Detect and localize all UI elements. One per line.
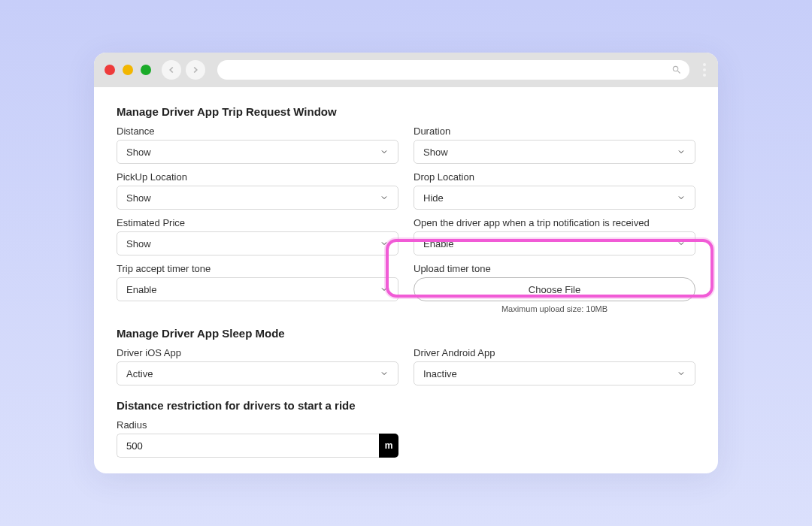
forward-button[interactable]: [186, 60, 205, 80]
accept-timer-tone-label: Trip accept timer tone: [117, 263, 398, 274]
chevron-down-icon: [380, 193, 389, 202]
drop-label: Drop Location: [414, 171, 695, 183]
drop-value: Hide: [423, 192, 444, 204]
chevron-down-icon: [677, 193, 686, 202]
back-button[interactable]: [162, 60, 181, 80]
more-menu-button[interactable]: [703, 63, 706, 77]
open-driver-app-select[interactable]: Enable: [414, 231, 695, 255]
address-bar[interactable]: [217, 60, 689, 80]
upload-timer-tone-label: Upload timer tone: [414, 263, 695, 274]
driver-ios-select[interactable]: Active: [117, 361, 398, 385]
chevron-down-icon: [677, 239, 686, 248]
duration-value: Show: [423, 147, 448, 158]
distance-label: Distance: [117, 125, 398, 137]
content-area: Manage Driver App Trip Request Window Di…: [94, 87, 718, 473]
close-window-button[interactable]: [105, 65, 115, 75]
chevron-down-icon: [380, 285, 389, 294]
duration-select[interactable]: Show: [414, 140, 695, 164]
section-support-title: Support: [117, 471, 695, 473]
open-driver-app-value: Enable: [423, 238, 453, 249]
radius-input[interactable]: 500: [117, 434, 379, 458]
accept-timer-tone-value: Enable: [126, 284, 156, 295]
driver-android-value: Inactive: [423, 368, 457, 379]
nav-buttons: [162, 60, 205, 80]
section-sleep-mode-title: Manage Driver App Sleep Mode: [117, 327, 695, 340]
titlebar: [94, 53, 718, 87]
section-distance-restriction-title: Distance restriction for drivers to star…: [117, 399, 695, 412]
accept-timer-tone-select[interactable]: Enable: [117, 277, 398, 301]
distance-select[interactable]: Show: [117, 140, 398, 164]
browser-window: Manage Driver App Trip Request Window Di…: [94, 53, 718, 473]
upload-helper-text: Maximum upload size: 10MB: [414, 304, 695, 313]
drop-select[interactable]: Hide: [414, 186, 695, 210]
duration-label: Duration: [414, 125, 695, 137]
choose-file-button[interactable]: Choose File: [414, 277, 695, 301]
driver-android-label: Driver Android App: [414, 347, 695, 358]
estimated-price-select[interactable]: Show: [117, 231, 398, 255]
chevron-down-icon: [380, 147, 389, 156]
pickup-value: Show: [126, 192, 151, 204]
estimated-price-label: Estimated Price: [117, 217, 398, 228]
driver-android-select[interactable]: Inactive: [414, 361, 695, 385]
minimize-window-button[interactable]: [123, 65, 133, 75]
chevron-down-icon: [380, 369, 389, 378]
distance-value: Show: [126, 147, 151, 158]
open-driver-app-label: Open the driver app when a trip notifica…: [414, 217, 695, 228]
section-trip-request-title: Manage Driver App Trip Request Window: [117, 105, 695, 118]
chevron-down-icon: [677, 147, 686, 156]
maximize-window-button[interactable]: [141, 65, 151, 75]
estimated-price-value: Show: [126, 238, 151, 249]
pickup-label: PickUp Location: [117, 171, 398, 183]
chevron-down-icon: [380, 239, 389, 248]
radius-label: Radius: [117, 419, 398, 431]
chevron-down-icon: [677, 369, 686, 378]
radius-value: 500: [126, 440, 143, 452]
pickup-select[interactable]: Show: [117, 186, 398, 210]
choose-file-label: Choose File: [529, 284, 580, 295]
driver-ios-label: Driver iOS App: [117, 347, 398, 358]
radius-unit: m: [379, 434, 398, 458]
search-icon: [671, 65, 682, 75]
driver-ios-value: Active: [126, 368, 153, 379]
